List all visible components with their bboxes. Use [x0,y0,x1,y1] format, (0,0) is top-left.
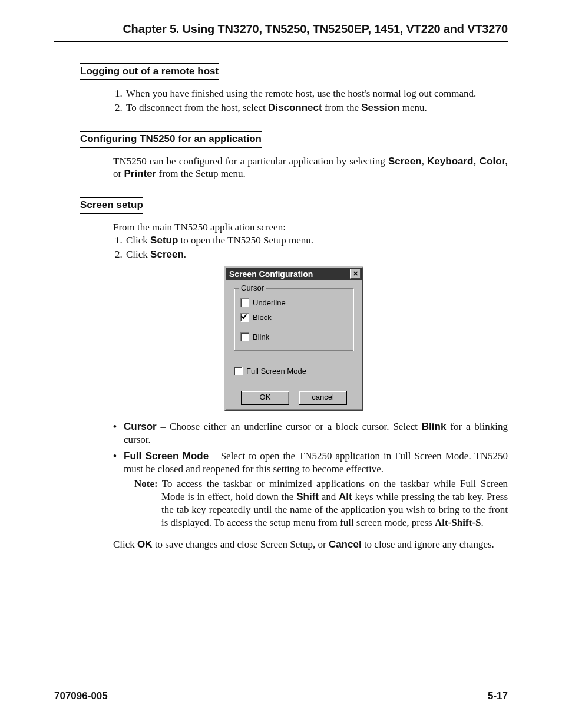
para-text: or [113,168,124,179]
bold-term: Cancel [329,539,362,550]
list-text: from the [322,102,362,113]
page-footer: 707096-005 5-17 [54,690,508,702]
bold-term: Screen [150,249,184,260]
bold-term: Keyboard, Color, [427,156,508,167]
chapter-title: Chapter 5. Using TN3270, TN5250, TN5250E… [54,22,508,42]
paragraph: TN5250 can be configured for a particula… [113,155,508,181]
bullet-list: Cursor – Choose either an underline curs… [80,420,508,529]
para-text: Click [113,539,137,550]
checkbox[interactable] [240,298,249,307]
list-text: . [184,249,186,260]
checkbox-label: Blink [253,332,269,341]
dialog-button-row: OK cancel [226,387,362,410]
bold-term: Blink [422,421,447,432]
screen-configuration-dialog: Screen Configuration ✕ Cursor Underline … [224,266,363,411]
bold-term: Printer [124,168,156,179]
bullet-text: – Choose either an underline cursor or a… [157,421,422,432]
para-text: , [422,156,427,167]
cursor-groupbox: Cursor Underline Block Blink [234,288,354,351]
bold-term: Cursor [124,421,157,432]
checkbox-label: Underline [253,298,286,307]
bullet-item-fullscreen: Full Screen Mode – Select to open the TN… [113,450,508,529]
bullet-item-cursor: Cursor – Choose either an underline curs… [113,420,508,446]
document-page: Chapter 5. Using TN3270, TN5250, TN5250E… [0,0,562,728]
section-heading: Screen setup [80,197,143,214]
paragraph: From the main TN5250 application screen: [113,221,508,234]
bold-term: Setup [150,235,178,246]
list-text: to open the TN5250 Setup menu. [178,235,313,246]
ordered-list: When you have finished using the remote … [80,87,508,114]
para-text: from the Setup menu. [156,168,246,179]
cancel-button[interactable]: cancel [299,391,347,405]
checkbox-label: Block [253,313,272,322]
list-item: To disconnect from the host, select Disc… [125,101,508,114]
list-text: To disconnect from the host, select [126,102,268,113]
bold-term: Session [361,102,399,113]
dialog-body: Cursor Underline Block Blink [226,280,362,387]
checkbox-row-block[interactable]: Block [240,313,348,322]
closing-paragraph: Click OK to save changes and close Scree… [113,538,508,551]
checkbox-row-fullscreen[interactable]: Full Screen Mode [234,367,354,375]
note-block: Note: To access the taskbar or minimized… [124,477,508,529]
list-text: menu. [399,102,427,113]
bold-term: Alt [339,491,352,502]
bold-term: Full Screen Mode [124,450,209,462]
ordered-list: Click Setup to open the TN5250 Setup men… [80,234,508,261]
list-item: Click Setup to open the TN5250 Setup men… [125,234,508,247]
checkbox-label: Full Screen Mode [246,367,306,375]
groupbox-title: Cursor [239,284,266,292]
section-configuring: Configuring TN5250 for an application TN… [80,131,508,181]
checkbox-row-underline[interactable]: Underline [240,298,348,307]
list-text: Click [126,249,150,260]
dialog-figure: Screen Configuration ✕ Cursor Underline … [80,266,508,411]
bold-term: Shift [296,491,319,502]
ok-button[interactable]: OK [241,391,289,405]
close-icon[interactable]: ✕ [350,269,361,279]
section-logging-out: Logging out of a remote host When you ha… [80,63,508,114]
list-text: Click [126,235,150,246]
section-screen-setup: Screen setup From the main TN5250 applic… [80,197,508,551]
bold-term: Screen [388,156,422,167]
para-text: to close and ignore any changes. [362,539,494,550]
checkbox-row-blink[interactable]: Blink [240,332,348,341]
section-heading: Configuring TN5250 for an application [80,131,262,148]
list-item: When you have finished using the remote … [125,87,508,100]
dialog-title-text: Screen Configuration [229,269,313,279]
bold-term: Alt-Shift-S [435,517,481,528]
doc-number: 707096-005 [54,690,108,702]
para-text: TN5250 can be configured for a particula… [113,156,388,167]
list-item: Click Screen. [125,248,508,261]
bold-term: OK [137,539,153,550]
list-text: When you have finished using the remote … [126,88,476,99]
note-text: . [481,517,483,528]
section-heading: Logging out of a remote host [80,63,219,80]
note-text: and [319,491,339,502]
dialog-titlebar: Screen Configuration ✕ [226,268,362,280]
checkbox[interactable] [240,313,249,322]
checkbox[interactable] [234,367,243,375]
para-text: to save changes and close Screen Setup, … [153,539,329,550]
checkbox[interactable] [240,332,249,341]
page-number: 5-17 [488,690,508,702]
note-label: Note: [134,478,158,489]
bold-term: Disconnect [268,102,322,113]
